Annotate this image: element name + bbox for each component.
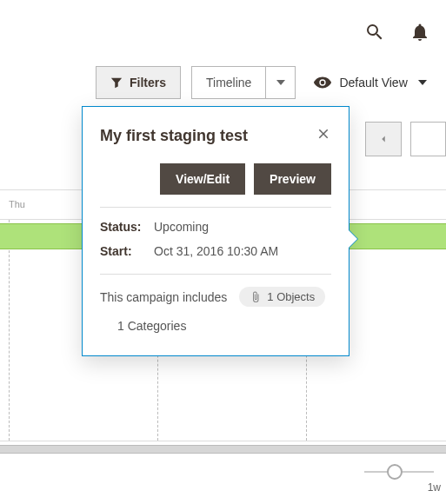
timeline-button[interactable]: Timeline: [191, 66, 266, 99]
status-value: Upcoming: [154, 220, 209, 234]
scrollbar[interactable]: [0, 445, 446, 454]
default-view-dropdown[interactable]: Default View: [313, 73, 426, 92]
start-row: Start: Oct 31, 2016 10:30 AM: [100, 244, 331, 258]
notifications-icon[interactable]: [409, 22, 430, 46]
preview-button[interactable]: Preview: [254, 163, 331, 195]
caret-down-icon: [276, 78, 285, 87]
popover-title: My first staging test: [100, 126, 248, 146]
view-mode-group: Timeline: [191, 66, 296, 99]
zoom-slider-row: 1w: [0, 459, 446, 494]
grid-line: [9, 220, 10, 441]
objects-count: 1 Objects: [267, 290, 315, 303]
timeline-label: Timeline: [206, 76, 251, 90]
filters-label: Filters: [130, 76, 166, 90]
includes-row: This campaign includes 1 Objects: [100, 287, 331, 307]
default-view-label: Default View: [339, 76, 407, 90]
next-button[interactable]: [410, 122, 447, 156]
filters-button[interactable]: Filters: [96, 66, 181, 99]
chevron-left-icon: [377, 133, 389, 145]
caret-down-icon: [418, 78, 427, 87]
divider: [100, 274, 331, 275]
zoom-slider-knob[interactable]: [387, 464, 403, 480]
search-icon[interactable]: [364, 22, 385, 46]
toolbar: Filters Timeline Default View: [0, 52, 446, 113]
objects-pill[interactable]: 1 Objects: [239, 287, 325, 307]
prev-button[interactable]: [365, 122, 402, 156]
zoom-slider-label: 1w: [428, 481, 441, 494]
includes-label: This campaign includes: [100, 290, 227, 304]
funnel-icon: [110, 76, 123, 89]
timeline-dropdown-button[interactable]: [266, 66, 296, 99]
campaign-popover: My first staging test View/Edit Preview …: [82, 106, 349, 356]
includes-detail: 1 Categories: [117, 319, 331, 333]
view-edit-button[interactable]: View/Edit: [160, 163, 245, 195]
status-row: Status: Upcoming: [100, 220, 331, 234]
paperclip-icon: [250, 291, 262, 303]
start-value: Oct 31, 2016 10:30 AM: [154, 244, 278, 258]
eye-icon: [313, 73, 332, 92]
status-label: Status:: [100, 220, 143, 234]
close-icon: [316, 126, 331, 142]
close-button[interactable]: [316, 126, 331, 145]
divider: [100, 207, 331, 208]
start-label: Start:: [100, 244, 143, 258]
